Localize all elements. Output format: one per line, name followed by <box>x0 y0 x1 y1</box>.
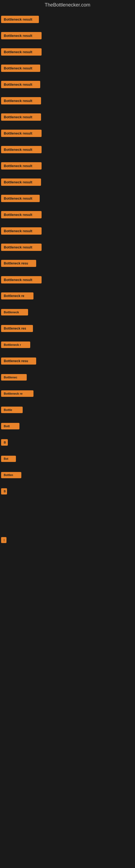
bottleneck-result-badge: | <box>1 537 6 543</box>
list-item <box>0 499 135 516</box>
list-item: Bottlen <box>0 467 135 483</box>
list-item <box>0 564 135 581</box>
list-item: Bottleneck result <box>0 207 135 223</box>
list-item: Bottleneck res <box>0 320 135 337</box>
bottleneck-result-badge: Bottleneck result <box>1 16 39 23</box>
bottleneck-result-badge: Bottleneck result <box>1 146 42 153</box>
list-item: Bottleneck result <box>0 174 135 190</box>
bottleneck-result-badge: Bottleneck <box>1 309 28 315</box>
list-item: Bottleneck result <box>0 109 135 125</box>
bottleneck-result-badge: Bottle <box>1 407 23 413</box>
bottleneck-result-badge: Bott <box>1 423 19 429</box>
list-item: Bottleneck result <box>0 141 135 158</box>
bottleneck-result-badge: Bottlenec <box>1 374 27 380</box>
list-item: | <box>0 532 135 548</box>
list-item: Bottle <box>0 402 135 418</box>
bottleneck-result-badge: Bottleneck result <box>1 211 42 218</box>
list-item: B <box>0 434 135 451</box>
list-item: Bottleneck result <box>0 223 135 239</box>
list-item <box>0 581 135 597</box>
list-item: Bottleneck result <box>0 11 135 27</box>
list-item: Bott <box>0 418 135 434</box>
list-item <box>0 516 135 532</box>
bottleneck-result-badge: Bottleneck result <box>1 65 40 72</box>
bottleneck-result-badge: Bottlen <box>1 472 21 478</box>
bottleneck-result-badge: B <box>1 488 7 495</box>
bottleneck-result-badge: Bottleneck resu <box>1 260 36 267</box>
bottleneck-result-badge: Bottleneck result <box>1 97 41 104</box>
bottleneck-result-badge: Bottleneck result <box>1 195 40 202</box>
bottleneck-result-badge: B <box>1 439 8 446</box>
list-item: Bottleneck result <box>0 76 135 93</box>
list-item: Bottleneck result <box>0 158 135 174</box>
list-item: Bottleneck result <box>0 27 135 44</box>
list-item: Bottleneck result <box>0 60 135 76</box>
list-item: Bottleneck <box>0 304 135 320</box>
bottleneck-result-badge: Bottleneck result <box>1 81 40 88</box>
bottleneck-list: Bottleneck resultBottleneck resultBottle… <box>0 11 135 602</box>
site-title: TheBottlenecker.com <box>0 0 135 11</box>
list-item: Bottleneck re <box>0 385 135 402</box>
list-item: B <box>0 483 135 499</box>
bottleneck-result-badge: Bottleneck result <box>1 276 42 283</box>
bottleneck-result-badge: Bottleneck re <box>1 292 34 300</box>
list-item: Bottlenec <box>0 369 135 385</box>
bottleneck-result-badge: Bottleneck result <box>1 113 41 121</box>
list-item: Bottleneck re <box>0 288 135 304</box>
bottleneck-result-badge: Bottleneck result <box>1 130 42 137</box>
bottleneck-result-badge: Bot <box>1 456 16 462</box>
bottleneck-result-badge: Bottleneck res <box>1 325 33 332</box>
bottleneck-result-badge: Bottleneck result <box>1 162 42 169</box>
bottleneck-result-badge: Bottleneck result <box>1 244 42 251</box>
bottleneck-result-badge: Bottleneck result <box>1 179 41 186</box>
list-item <box>0 548 135 564</box>
bottleneck-result-badge: Bottleneck result <box>1 48 42 56</box>
bottleneck-result-badge: Bottleneck r <box>1 341 30 348</box>
list-item: Bottleneck result <box>0 125 135 141</box>
list-item: Bottleneck result <box>0 272 135 288</box>
list-item: Bottleneck r <box>0 337 135 353</box>
bottleneck-result-badge: Bottleneck resu <box>1 358 36 365</box>
list-item: Bottleneck result <box>0 190 135 207</box>
bottleneck-result-badge: Bottleneck result <box>1 227 42 235</box>
list-item: Bottleneck result <box>0 239 135 255</box>
bottleneck-result-badge: Bottleneck result <box>1 32 42 39</box>
list-item: Bot <box>0 451 135 467</box>
list-item: Bottleneck result <box>0 93 135 109</box>
list-item: Bottleneck resu <box>0 353 135 369</box>
list-item: Bottleneck result <box>0 44 135 60</box>
list-item: Bottleneck resu <box>0 255 135 272</box>
bottleneck-result-badge: Bottleneck re <box>1 390 34 397</box>
